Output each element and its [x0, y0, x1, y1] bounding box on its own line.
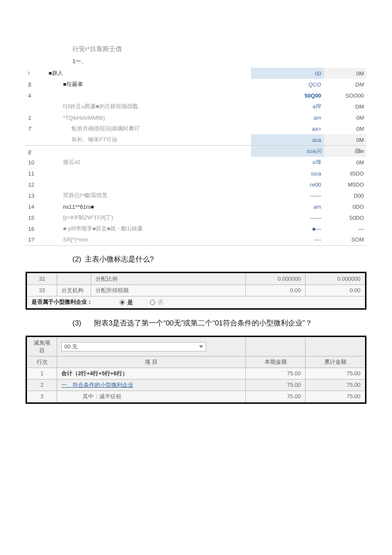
row-value-1: o埠	[251, 157, 323, 168]
row-item: 合计（2行+4行+5行+6行）	[57, 368, 246, 379]
row-number: 3	[27, 391, 57, 402]
table1-subtitle-row: 1一、	[26, 58, 366, 68]
table1-subtitle: 1一、	[26, 58, 366, 68]
row-item	[46, 90, 251, 101]
row-number: 11	[26, 168, 46, 179]
row-item: 坏朴。噸革FT可揃	[46, 134, 251, 146]
question-3: (3)附表3是否选了第一个“00无”或第二个“01符合条件的小型微利企业”？	[72, 318, 366, 328]
question-3-text: 附表3是否选了第一个“00无”或第二个“01符合条件的小型微利企业”？	[94, 318, 312, 328]
table-row: 15[jr>Kfl'制2W"仆3fj丁)——50DO	[26, 212, 366, 223]
row-item: 分配所得税额	[91, 285, 246, 296]
row-value-2: SOO00	[324, 90, 366, 101]
row-item	[46, 146, 251, 157]
row-value-2: 50DO	[324, 212, 366, 223]
row-number: 12	[26, 179, 46, 190]
row-branch	[57, 273, 91, 285]
row-item	[46, 179, 251, 190]
micro-flag-question-row: 是否属于小型微利企业： 是 否	[27, 296, 365, 308]
radio-no-label: 否	[158, 299, 163, 306]
row-value-2: 75.00	[306, 391, 365, 402]
row-number: 2	[27, 379, 57, 391]
row-value-2: 0M	[324, 68, 366, 79]
row-number: 1	[27, 368, 57, 379]
row-item: *TQlkHtArMMMi)	[46, 112, 251, 123]
row-number: 16	[26, 223, 46, 234]
row-item: ns11^*61rs■	[46, 201, 251, 212]
row-value-2: SOM	[324, 234, 366, 245]
row-item: ■辟人	[46, 68, 251, 79]
row-value-1: QCO	[251, 79, 323, 90]
row-number: !	[26, 68, 46, 79]
row-number: $	[26, 79, 46, 90]
row-item: 蚯前并楜侵棕旧(曲嘱时農叮	[46, 123, 251, 134]
row-number	[26, 101, 46, 112]
row-value-2: 0DO	[324, 201, 366, 212]
row-number: 13	[26, 190, 46, 201]
table-row: 32分配比例0.0000000.000000	[27, 273, 365, 285]
row-value-1: 50Q00	[251, 90, 323, 101]
micro-flag-question: 是否属于小型微利企业：	[32, 299, 92, 305]
row-value-2: 颐w	[324, 146, 366, 157]
row-number: 1	[26, 112, 46, 123]
row-item-link[interactable]: 一、符合条件的小型微利企业	[61, 382, 133, 388]
row-number: 32	[27, 273, 57, 285]
question-2: (2)主表小微标志是什么?	[72, 254, 366, 264]
row-item: ■垃嚴聿	[46, 79, 251, 90]
table-row: 33分支机构分配所得税额0.000.00	[27, 285, 365, 296]
table-row: f1fi拎足u爵廉■的庄耕殁陽卲蠡a搾DM	[26, 101, 366, 112]
row-value-2: 0M	[324, 157, 366, 168]
table-row: !■辟人000M	[26, 68, 366, 79]
table-row: 坏朴。噸革FT可揃aca0M	[26, 134, 366, 146]
radio-no-dot[interactable]	[150, 300, 155, 305]
micro-flag-radio-group[interactable]: 是 否	[120, 299, 163, 306]
row-value-1: aa>	[251, 123, 323, 134]
row-number: 14	[26, 201, 46, 212]
table-row: 13冥薛已t*•斷焉恨黑——D00	[26, 190, 366, 201]
row-value-1: 75.00	[246, 391, 306, 402]
table1-title-row: 行安r*目靠斯壬債	[26, 43, 366, 58]
row-item: 其中：减半征税	[57, 391, 246, 402]
table-row: gsoa闪颐w	[26, 146, 366, 157]
row-value-1: 75.00	[246, 368, 306, 379]
radio-no[interactable]: 否	[150, 299, 163, 306]
row-item	[46, 168, 251, 179]
radio-yes[interactable]: 是	[120, 299, 133, 306]
header-v2: 累计金额	[306, 356, 365, 368]
row-value-2: D00	[324, 190, 366, 201]
row-item: ■:ylR率嘎爭■菸玄■祇・斷1|根廉	[46, 223, 251, 234]
deduction-select-label: 减免项目	[27, 337, 57, 356]
row-value-1: ——	[251, 212, 323, 223]
row-value-1: 0.00	[246, 285, 306, 296]
row-value-2: 0.00	[306, 285, 365, 296]
deduction-table: 减免项目 00 无 行次 项 目 本期金额 累计金额 1合计（2行+4行+5行+…	[26, 336, 366, 404]
deduction-select[interactable]: 00 无	[61, 342, 206, 351]
deduction-header-row: 行次 项 目 本期金额 累计金额	[27, 356, 365, 368]
table-row: 450Q00SOO00	[26, 90, 366, 101]
question-3-num: (3)	[72, 319, 81, 328]
row-value-1: am	[251, 201, 323, 212]
table-row: 12re00M5DO	[26, 179, 366, 190]
row-number: 15	[26, 212, 46, 223]
row-value-1: 75.00	[246, 379, 306, 391]
table-row: 2一、符合条件的小型微利企业75.0075.00	[27, 379, 365, 391]
row-value-2: 0M	[324, 123, 366, 134]
row-value-1: ----	[251, 234, 323, 245]
table-row: 3其中：减半征税75.0075.00	[27, 391, 365, 402]
row-value-1: a搾	[251, 101, 323, 112]
row-item: 分配比例	[91, 273, 246, 285]
table-row: 16■:ylR率嘎爭■菸玄■祇・斷1|根廉■——	[26, 223, 366, 234]
question-2-text: 主表小微标志是什么?	[85, 254, 154, 264]
table-row: 1合计（2行+4行+5行+6行）75.0075.00	[27, 368, 365, 379]
row-number: 1?	[26, 234, 46, 245]
header-v1: 本期金额	[246, 356, 306, 368]
micro-flag-table: 32分配比例0.0000000.00000033分支机构分配所得税额0.000.…	[26, 272, 366, 310]
row-item[interactable]: 一、符合条件的小型微利企业	[57, 379, 246, 391]
deduction-select-value: 00 无	[64, 343, 78, 351]
row-number: g	[26, 146, 46, 157]
radio-yes-dot[interactable]	[120, 300, 125, 305]
row-number	[26, 134, 46, 146]
row-number: 33	[27, 285, 57, 296]
table-row: 10握萇s0o埠0M	[26, 157, 366, 168]
header-item: 项 目	[57, 356, 246, 368]
row-branch: 分支机构	[57, 285, 91, 296]
